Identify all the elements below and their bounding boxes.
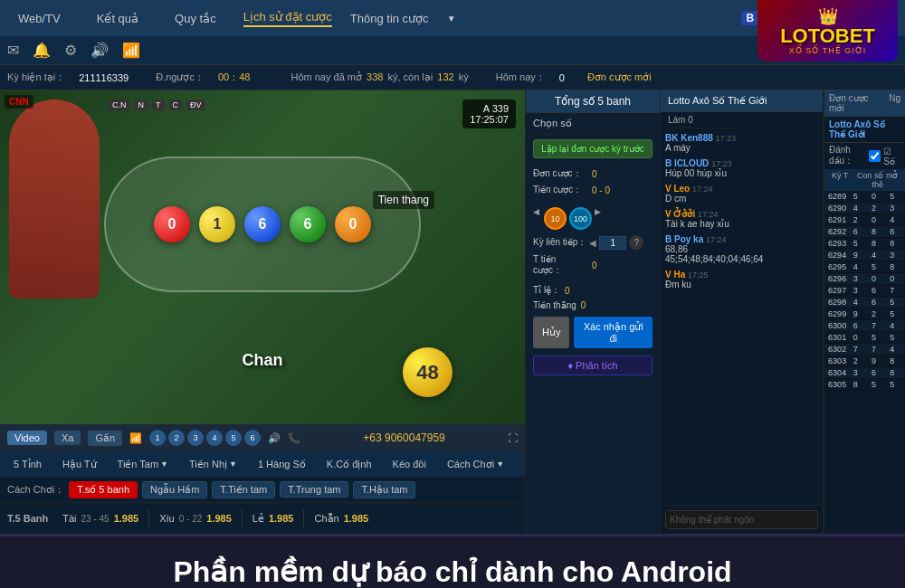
chat-input-area: Không thể phát ngôn: [661, 505, 823, 534]
chat-panel: Lotto Axô Số Thế Giới Lám 0 BK Ken888 17…: [661, 90, 824, 534]
lotobet-title: LOTOBET: [780, 26, 875, 46]
video-btn[interactable]: Video: [7, 431, 47, 445]
video-container: CNN C.N N T C ĐV A 339 17:25:07 0: [0, 90, 525, 424]
ky-input[interactable]: [599, 236, 626, 250]
lady-silhouette: [9, 100, 100, 299]
nav-item-ketqua[interactable]: Kết quả: [88, 0, 148, 36]
help-btn[interactable]: ?: [629, 235, 643, 250]
wifi-icon: 📶: [122, 42, 140, 59]
betting-row: T.5 Banh Tài 23 - 45 1.985 Xíu 0 - 22 1.…: [0, 502, 525, 534]
gear-icon[interactable]: ⚙: [64, 42, 77, 59]
chip-arrow-left[interactable]: ◀: [533, 207, 539, 230]
tab-cach-choi[interactable]: Cách Chơi▼: [438, 456, 513, 473]
danh-dau-checkbox[interactable]: [869, 150, 881, 162]
table-row: 6295458: [824, 261, 905, 273]
num-4[interactable]: 4: [206, 430, 223, 446]
t-tien-cuoc-row: T tiền cược： 0: [526, 252, 660, 279]
nav-item-quytac[interactable]: Quy tắc: [166, 0, 225, 36]
num-2[interactable]: 2: [168, 430, 185, 446]
tien-thang-label: Tien thang: [373, 191, 434, 209]
style-tso5banh[interactable]: T.số 5 banh: [69, 481, 138, 498]
video-controls: Video Xa Gần 📶 1 2 3 4 5 6 🔊 📞 +63 90600…: [0, 424, 525, 451]
so-label: ☑ Số: [883, 147, 900, 166]
chat-header: Lotto Axô Số Thế Giới: [661, 90, 823, 112]
volume-icon[interactable]: 🔊: [90, 42, 109, 59]
style-trungtam[interactable]: T.Trung tam: [280, 481, 348, 498]
nav-item-lichsu[interactable]: Lịch sử đặt cược: [243, 10, 332, 27]
don-cuoc-label: Đơn cược mới: [587, 71, 652, 83]
ky-prev[interactable]: ◀: [589, 238, 596, 248]
t-tien-cuoc-label: T tiền cược：: [533, 254, 587, 277]
nav-item-thongtin[interactable]: Thông tin cược: [350, 12, 429, 25]
tab-tientam[interactable]: Tiền Tam▼: [109, 456, 177, 473]
tien-thang-form-val: 0: [581, 300, 586, 310]
crown-icon: 👑: [818, 6, 838, 26]
msg-time-ha: 17:25: [688, 270, 709, 280]
bell-icon[interactable]: 🔔: [33, 42, 51, 59]
lotobet-subtitle: XỔ SỐ THẾ GIỚI: [789, 46, 866, 55]
nav-item-webtv[interactable]: Web/TV: [9, 0, 70, 36]
panel-header: Tổng số 5 banh: [526, 90, 660, 113]
lotto-tab-row: Lotto Axô Số Thế Giới: [824, 117, 905, 143]
ball-1: 1: [199, 206, 235, 242]
game-tabs: 5 Tỉnh Hậu Tứ Tiền Tam▼ Tiền Nhị▼ 1 Hàng…: [0, 451, 525, 477]
mail-icon[interactable]: ✉: [7, 42, 19, 59]
volume-ctrl-icon[interactable]: 🔊: [268, 432, 281, 444]
chat-msg-leo: V Leo 17:24 D cm: [665, 184, 818, 204]
lotto-tab: Lotto Axô Số Thế Giới: [829, 119, 885, 139]
style-ngauhaam[interactable]: Ngẫu Hầm: [142, 481, 207, 498]
ti-le-row: Tỉ lệ： 0: [526, 282, 660, 299]
tab-1hangso[interactable]: 1 Hàng Số: [249, 456, 315, 473]
style-tientam[interactable]: T.Tiền tam: [212, 481, 275, 498]
msg-text-ha: Đm ku: [665, 280, 818, 289]
tab-kcodinh[interactable]: K.Cố định: [318, 456, 381, 473]
checkbox-area: Đánh dấu： ☑ Số: [824, 143, 905, 169]
bet-le[interactable]: Lẻ 1.985: [245, 513, 301, 525]
ky-row: Kỳ liên tiếp： ◀ ?: [526, 232, 660, 252]
tab-tiennhi[interactable]: Tiền Nhị▼: [180, 456, 246, 473]
huy-btn[interactable]: Hủy: [533, 317, 569, 348]
chat-msg-ha: V Ha 17:25 Đm ku: [665, 270, 818, 289]
chan-label: Chan: [243, 351, 283, 370]
table-row: 6297367: [824, 285, 905, 297]
num-3[interactable]: 3: [187, 430, 204, 446]
bet-chan[interactable]: Chẵn 1.985: [307, 513, 376, 525]
table-row: 6303298: [824, 356, 905, 367]
ng-label: Ng: [889, 93, 900, 113]
xa-btn[interactable]: Xa: [54, 431, 81, 445]
number-btns: 1 2 3 4 5 6: [149, 430, 261, 446]
gan-btn[interactable]: Gần: [88, 431, 122, 446]
top-nav: Web/TV Kết quả Quy tắc Lịch sử đặt cược …: [0, 0, 905, 36]
tab-hautuu[interactable]: Hậu Tứ: [53, 456, 106, 473]
num-5[interactable]: 5: [225, 430, 242, 446]
don-cuoc-form-val: 0: [592, 169, 597, 179]
danh-dau-label: Đánh dấu：: [829, 145, 866, 167]
chip-100[interactable]: 100: [569, 207, 592, 230]
num-1[interactable]: 1: [149, 430, 166, 446]
bet-xiu[interactable]: Xíu 0 - 22 1.985: [152, 513, 239, 524]
ti-le-label: Tỉ lệ：: [533, 284, 560, 297]
tab-keodoi[interactable]: Kéo đôi: [384, 456, 435, 472]
table-row: 6294943: [824, 250, 905, 261]
bet-tai[interactable]: Tài 23 - 45 1.985: [55, 513, 146, 524]
table-row: 6302774: [824, 344, 905, 356]
chat-input[interactable]: Không thể phát ngôn: [665, 510, 818, 529]
repeat-btn[interactable]: Lặp lại đơn cược kỳ trước: [533, 139, 653, 158]
num-6[interactable]: 6: [244, 430, 261, 446]
chip-arrow-right[interactable]: ▶: [595, 207, 601, 230]
table-row: 6293588: [824, 238, 905, 250]
nav-dropdown-icon: ▼: [447, 14, 456, 24]
chip-10[interactable]: 10: [544, 207, 567, 230]
expand-icon[interactable]: ⛶: [508, 432, 518, 443]
diamond-icon: ♦: [567, 360, 573, 371]
chon-so: Chọn số: [526, 113, 660, 135]
confirm-btn[interactable]: Xác nhận gửi đi: [574, 317, 653, 348]
style-hautam[interactable]: T.Hậu tam: [353, 481, 415, 498]
don-cuoc-form-label: Đơn cược：: [533, 167, 587, 180]
phan-tich-btn[interactable]: ♦ Phân tích: [533, 356, 653, 375]
tien-cuoc-form-val: 0 - 0: [592, 185, 610, 195]
table-row: 6291204: [824, 214, 905, 226]
phone-number: +63 9060047959: [363, 432, 444, 444]
table-row: 6305855: [824, 379, 905, 391]
tab-5tinh[interactable]: 5 Tỉnh: [5, 456, 51, 473]
